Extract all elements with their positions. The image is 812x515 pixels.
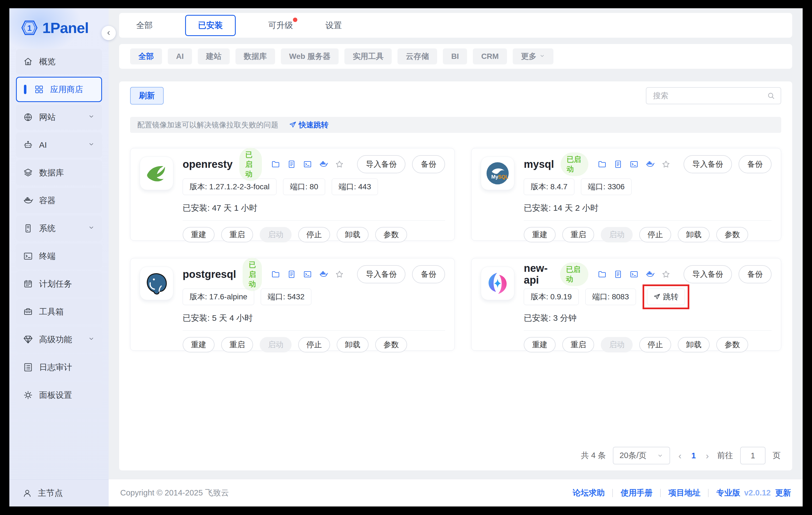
favorite-star-icon[interactable] [335,270,344,279]
stop-button[interactable]: 停止 [639,337,671,352]
category-chip-tools[interactable]: 实用工具 [344,49,392,64]
terminal-icon[interactable] [303,160,312,169]
goto-page-input[interactable] [740,447,765,464]
log-file-icon[interactable] [614,160,622,169]
category-chip-bi[interactable]: BI [443,49,467,64]
import-backup-button[interactable]: 导入备份 [357,155,405,173]
restart-button[interactable]: 重启 [221,337,253,352]
category-chip-cloudstorage[interactable]: 云存储 [398,49,437,64]
docker-whale-icon[interactable] [319,160,328,169]
project-link[interactable]: 项目地址 [668,487,700,498]
new-api-logo [481,266,514,300]
docker-whale-icon [23,196,33,205]
stop-button[interactable]: 停止 [639,227,671,242]
category-chip-crm[interactable]: CRM [473,49,507,64]
update-link[interactable]: 更新 [775,487,791,498]
sidebar-item-cron[interactable]: 计划任务 [16,271,102,296]
rebuild-button[interactable]: 重建 [524,227,556,242]
import-backup-button[interactable]: 导入备份 [357,265,405,283]
tab-upgradable[interactable]: 可升级 [268,20,293,31]
search-input[interactable] [653,91,767,100]
category-chip-database[interactable]: 数据库 [235,49,275,64]
uninstall-button[interactable]: 卸载 [678,227,710,242]
pagination: 共 4 条 20条/页 ‹ 1 › 前往 页 [581,447,781,464]
backup-button[interactable]: 备份 [738,155,772,173]
restart-button[interactable]: 重启 [562,227,594,242]
terminal-icon[interactable] [630,270,638,279]
uninstall-button[interactable]: 卸载 [337,337,369,352]
sidebar-item-database[interactable]: 数据库 [16,160,102,185]
tab-installed[interactable]: 已安装 [185,15,236,36]
sidebar-item-overview[interactable]: 概览 [16,49,102,74]
jump-button[interactable]: 跳转 [647,289,685,305]
port-tag[interactable]: 端口: 80 [283,178,325,195]
favorite-star-icon[interactable] [662,160,670,169]
port-tag[interactable]: 端口: 3306 [581,178,632,195]
sidebar-item-terminal[interactable]: 终端 [16,244,102,269]
favorite-star-icon[interactable] [662,270,670,279]
forum-help-link[interactable]: 论坛求助 [573,487,605,498]
sidebar-item-master-node[interactable]: 主节点 [9,480,109,507]
stop-button[interactable]: 停止 [298,337,330,352]
port-tag[interactable]: 端口: 5432 [261,289,311,305]
prev-page-button[interactable]: ‹ [677,450,683,461]
backup-button[interactable]: 备份 [412,265,445,283]
folder-icon[interactable] [271,160,280,169]
category-chip-ai[interactable]: AI [168,49,192,64]
category-chip-website[interactable]: 建站 [198,49,230,64]
log-file-icon[interactable] [287,270,296,279]
log-file-icon[interactable] [614,270,622,279]
pro-edition-label[interactable]: 专业版 [716,487,740,498]
folder-icon[interactable] [598,270,607,279]
manual-link[interactable]: 使用手册 [620,487,652,498]
uninstall-button[interactable]: 卸载 [678,337,710,352]
category-chip-all[interactable]: 全部 [130,49,162,64]
tab-settings[interactable]: 设置 [325,20,342,31]
backup-button[interactable]: 备份 [412,155,445,173]
import-backup-button[interactable]: 导入备份 [684,265,732,283]
sidebar-item-toolbox[interactable]: 工具箱 [16,299,102,324]
params-button[interactable]: 参数 [716,227,748,242]
port-tag[interactable]: 端口: 8083 [585,289,636,305]
docker-whale-icon[interactable] [645,270,655,279]
params-button[interactable]: 参数 [375,337,407,352]
sidebar-collapse-button[interactable] [102,26,116,40]
rebuild-button[interactable]: 重建 [183,337,214,352]
restart-button[interactable]: 重启 [221,227,253,242]
refresh-button[interactable]: 刷新 [130,87,164,105]
next-page-button[interactable]: › [705,450,710,461]
category-chip-webserver[interactable]: Web 服务器 [281,49,339,64]
docker-whale-icon[interactable] [645,160,655,169]
log-file-icon[interactable] [287,160,296,169]
docker-whale-icon[interactable] [319,270,328,279]
port-tag[interactable]: 端口: 443 [332,178,378,195]
restart-button[interactable]: 重启 [562,337,594,352]
category-chip-more[interactable]: 更多 [513,49,553,64]
sidebar-item-appstore[interactable]: 应用商店 [16,77,102,102]
sidebar-item-panel-settings[interactable]: 面板设置 [16,382,102,408]
terminal-icon[interactable] [303,270,312,279]
terminal-icon[interactable] [630,160,638,169]
sidebar-item-pro-features[interactable]: 高级功能 [16,327,102,352]
sidebar-item-logs[interactable]: 日志审计 [16,354,102,380]
rebuild-button[interactable]: 重建 [183,227,214,242]
folder-icon[interactable] [598,160,607,169]
current-page[interactable]: 1 [690,451,698,460]
sidebar-item-ai[interactable]: AI [16,132,102,158]
params-button[interactable]: 参数 [716,337,748,352]
tab-all[interactable]: 全部 [136,20,153,31]
favorite-star-icon[interactable] [335,160,344,169]
backup-button[interactable]: 备份 [738,265,772,283]
stop-button[interactable]: 停止 [298,227,330,242]
uninstall-button[interactable]: 卸载 [337,227,369,242]
chevron-down-icon [539,52,545,61]
import-backup-button[interactable]: 导入备份 [684,155,732,173]
sidebar-item-website[interactable]: 网站 [16,105,102,130]
rebuild-button[interactable]: 重建 [524,337,556,352]
sidebar-item-system[interactable]: 系统 [16,216,102,241]
sidebar-item-container[interactable]: 容器 [16,188,102,213]
folder-icon[interactable] [271,270,280,279]
params-button[interactable]: 参数 [375,227,407,242]
quick-jump-link[interactable]: 快速跳转 [289,120,328,130]
page-size-select[interactable]: 20条/页 [613,447,670,464]
